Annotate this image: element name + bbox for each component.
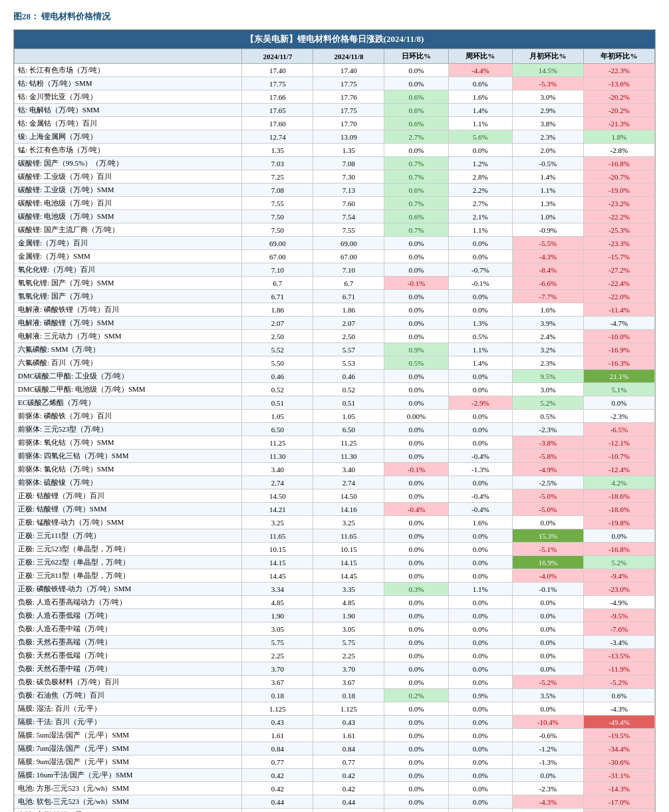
table-row: 正极: 三元811型（单晶型，万/吨）14.4514.450.0%0.0%-4.… — [15, 569, 655, 583]
table-row: 钴: 长江有色市场（万/吨）17.4017.400.0%-4.4%14.5%-2… — [15, 64, 655, 77]
table-row: 碳酸锂: 国产（99.5%）（万/吨）7.037.080.7%1.2%-0.5%… — [15, 157, 655, 170]
table-row: 金属锂:（万/吨）SMM67.0067.000.0%0.0%-4.3%-15.7… — [15, 250, 655, 263]
table-row: 正极: 钴酸锂（万/吨）百川14.5014.500.0%-0.4%-5.0%-1… — [15, 489, 655, 503]
table-row: 电解液: 磷酸锂（万/吨）SMM2.072.070.0%1.3%3.9%-4.7… — [15, 317, 655, 330]
table-row: 碳酸锂: 电池级（万/吨）SMM7.507.540.6%2.1%1.0%-22.… — [15, 210, 655, 223]
table-row: 负极: 碳负极材料（万/吨）百川3.673.670.0%0.0%-5.2%-5.… — [15, 676, 655, 689]
table-row: 镍: 上海金属网（万/吨）12.7413.092.7%5.6%2.3%1.8% — [15, 130, 655, 144]
table-row: 六氟磷酸: SMM（万/吨）5.525.570.9%1.1%3.2%-16.9% — [15, 343, 655, 356]
table-row: 碳酸锂: 工业级（万/吨）SMM7.087.130.6%2.2%1.1%-19.… — [15, 184, 655, 197]
table-row: 氢氧化锂: 国产（万/吨）6.716.710.0%0.0%-7.7%-22.0% — [15, 290, 655, 303]
table-row: 隔膜: 9um湿法/国产（元/平）SMM0.770.770.0%0.0%-1.3… — [15, 755, 655, 769]
col-label — [15, 49, 242, 64]
table-row: 隔膜: 16um干法/国产（元/平）SMM0.420.420.0%0.0%0.0… — [15, 769, 655, 782]
table-row: 碳酸锂: 电池级（万/吨）百川7.557.600.7%2.7%1.3%-23.2… — [15, 197, 655, 210]
table-row: 负极: 人造石墨高端动力（万/吨）4.854.850.0%0.0%0.0%-4.… — [15, 596, 655, 609]
column-headers: 2024/11/7 2024/11/8 日环比% 周环比% 月初环比% 年初环比… — [15, 49, 655, 64]
table-row: 隔膜: 湿法: 百川（元/平）1.1251.1250.0%0.0%0.0%-4.… — [15, 702, 655, 716]
table-row: 正极: 三元111型（万/吨）11.6511.650.0%0.0%15.3%0.… — [15, 529, 655, 543]
table-row: 钴: 钴粉（万/吨）SMM17.7517.750.0%0.6%-5.3%-13.… — [15, 77, 655, 90]
table-row: 前驱体: 氧化钴（万/吨）SMM11.2511.250.0%0.0%-3.8%-… — [15, 436, 655, 450]
chart-title-prefix: 图28： — [13, 11, 39, 21]
table-row: 负极: 人造石墨低端（万/吨）1.901.900.0%0.0%0.0%-9.5% — [15, 609, 655, 622]
chart-title-main: 锂电材料价格情况 — [41, 11, 110, 21]
table-row: 钴: 金属钴（万/吨）百川17.6017.700.6%1.1%3.8%-21.3… — [15, 117, 655, 130]
table-row: 电池: 软包-三元523（元/wh）SMM0.440.440.0%0.0%-4.… — [15, 795, 655, 809]
table-row: 正极: 三元523型（单晶型，万/吨）10.1510.150.0%0.0%-5.… — [15, 543, 655, 556]
table-row: 正极: 锰酸锂-动力（万/吨）SMM3.253.250.0%1.6%0.0%-1… — [15, 516, 655, 529]
col-weekly: 周环比% — [448, 49, 512, 64]
table-row: 电解液: 三元动力（万/吨）SMM2.502.500.0%0.5%2.4%-10… — [15, 330, 655, 343]
table-row: 电解液: 磷酸铁锂（万/吨）百川1.861.860.0%0.0%1.6%-11.… — [15, 303, 655, 317]
table-row: 隔膜: 5um湿法/国产（元/平）SMM1.611.610.0%0.0%-0.6… — [15, 729, 655, 742]
table-row: 隔膜: 7um湿法/国产（元/平）SMM0.840.840.0%0.0%-1.2… — [15, 742, 655, 755]
chart-title: 图28： 锂电材料价格情况 — [13, 11, 656, 23]
col-date1: 2024/11/7 — [242, 49, 313, 64]
table-row: 碳酸锂: 国产主流厂商（万/吨）7.507.550.7%1.1%-0.9%-25… — [15, 223, 655, 237]
table-row: 钴: 金川赞比亚（万/吨）17.6617.760.6%1.6%3.0%-20.2… — [15, 90, 655, 104]
table-row: DMC碳酸二甲酯: 电池级（万/吨）SMM0.520.520.0%0.0%3.0… — [15, 383, 655, 396]
table-header-row: 【东吴电新】锂电材料价格每日涨跌(2024/11/8) — [14, 30, 655, 49]
table-row: 六氟磷酸: 百川（万/吨）5.505.530.5%1.4%2.3%-16.3% — [15, 356, 655, 370]
page-wrapper: 图28： 锂电材料价格情况 【东吴电新】锂电材料价格每日涨跌(2024/11/8… — [0, 0, 669, 812]
col-yearly: 年初环比% — [583, 49, 654, 64]
table-row: DMC碳酸二甲酯: 工业级（万/吨）0.460.460.0%0.0%9.5%21… — [15, 370, 655, 383]
table-row: 碳酸锂: 工业级（万/吨）百川7.257.300.7%2.8%1.4%-20.7… — [15, 170, 655, 184]
col-monthly: 月初环比% — [512, 49, 583, 64]
table-row: 正极: 钴酸锂（万/吨）SMM14.2114.16-0.4%-0.4%-5.0%… — [15, 503, 655, 516]
table-row: 正极: 三元622型（单晶型，万/吨）14.1514.150.0%0.0%16.… — [15, 556, 655, 569]
table-row: 前驱体: 氯化钴（万/吨）SMM3.403.40-0.1%-1.3%-4.9%-… — [15, 463, 655, 476]
table-row: 前驱体: 磷酸铁（万/吨）百川1.051.050.00%0.0%0.5%-2.3… — [15, 410, 655, 423]
table-row: 前驱体: 三元523型（万/吨）6.506.500.0%0.0%-2.3%-6.… — [15, 423, 655, 436]
col-daily: 日环比% — [384, 49, 448, 64]
table-row: 负极: 石油焦（万/吨）百川0.180.180.2%0.9%3.5%0.6% — [15, 689, 655, 702]
col-date2: 2024/11/8 — [313, 49, 384, 64]
table-row: 隔膜: 干法: 百川（元/平）0.430.430.0%0.0%-10.4%-49… — [15, 716, 655, 729]
table-row: 负极: 天然石墨低端（万/吨）2.252.250.0%0.0%0.0%-13.5… — [15, 649, 655, 662]
table-row: 正极: 磷酸铁锂-动力（万/吨）SMM3.343.350.3%1.1%-0.1%… — [15, 583, 655, 596]
table-row: 氧氧化锂: 国产（万/吨）SMM6.76.7-0.1%-0.1%-6.6%-22… — [15, 277, 655, 290]
table-body: 钴: 长江有色市场（万/吨）17.4017.400.0%-4.4%14.5%-2… — [15, 64, 655, 813]
table-row: EC碳酸乙烯酯（万/吨）0.510.510.0%-2.9%5.2%0.0% — [15, 396, 655, 410]
table-container: 【东吴电新】锂电材料价格每日涨跌(2024/11/8) 2024/11/7 20… — [13, 29, 656, 812]
table-row: 负极: 天然石墨中端（万/吨）3.703.700.0%0.0%0.0%-11.9… — [15, 662, 655, 676]
table-row: 钴: 电解钴（万/吨）SMM17.6517.750.6%1.4%2.9%-20.… — [15, 104, 655, 117]
table-row: 前驱体: 硫酸镍（万/吨）2.742.740.0%0.0%-2.5%4.2% — [15, 476, 655, 489]
table-row: 电池: 方形-三元523（元/wh）SMM0.420.420.0%0.0%-2.… — [15, 782, 655, 795]
data-table: 2024/11/7 2024/11/8 日环比% 周环比% 月初环比% 年初环比… — [14, 49, 655, 812]
table-row: 金属锂:（万/吨）百川69.0069.000.0%0.0%-5.5%-23.3% — [15, 237, 655, 250]
table-row: 负极: 人造石墨中端（万/吨）3.053.050.0%0.0%0.0%-7.6% — [15, 622, 655, 636]
table-row: 前驱体: 四氧化三钴（万/吨）SMM11.3011.300.0%-0.4%-5.… — [15, 450, 655, 463]
table-row: 锰: 长江有色市场（万/吨）1.351.350.0%0.0%2.0%-2.8% — [15, 144, 655, 157]
table-row: 负极: 天然石墨高端（万/吨）5.755.750.0%0.0%0.0%-3.4% — [15, 636, 655, 649]
table-row: 电池: 方形-铁锂（元/wh）SMM0.380.380.0%0.0%-2.6%-… — [15, 809, 655, 813]
table-row: 氧化化锂:（万/吨）百川7.107.100.0%-0.7%-8.4%-27.2% — [15, 263, 655, 277]
